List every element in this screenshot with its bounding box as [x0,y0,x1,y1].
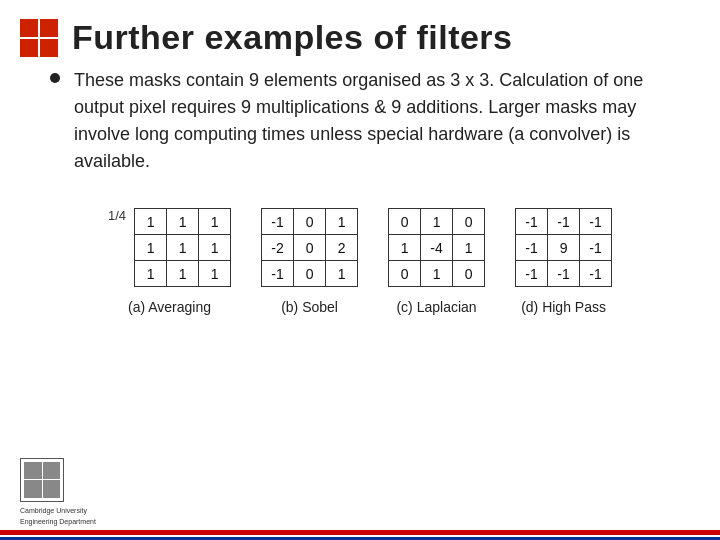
matrix-sobel: -101-202-101 [261,208,358,287]
matrix-cell: -1 [516,261,548,287]
matrix-cell: -1 [262,261,294,287]
bullet-section: These masks contain 9 elements organised… [30,67,690,193]
matrix-cell: 0 [294,209,326,235]
table-row: 111 [135,209,231,235]
filter-label-laplacian: (c) Laplacian [396,299,476,315]
icon-cell-4 [40,39,58,57]
matrix-averaging: 111111111 [134,208,231,287]
matrix-cell: 0 [294,235,326,261]
page-title: Further examples of filters [72,18,513,57]
filter-label-highpass: (d) High Pass [521,299,606,315]
matrix-cell: -2 [262,235,294,261]
filter-with-prefix-laplacian: 0101-41010 [388,208,485,287]
filter-block-highpass: -1-1-1-19-1-1-1-1(d) High Pass [515,208,612,315]
bottom-bar: Cambridge University Engineering Departm… [0,530,720,540]
header-icon [20,19,58,57]
matrix-cell: 1 [199,261,231,287]
matrix-cell: 1 [167,209,199,235]
matrix-cell: -1 [580,235,612,261]
cambridge-logo [20,458,64,502]
matrix-cell: -1 [580,209,612,235]
matrix-cell: -1 [516,209,548,235]
matrix-cell: 1 [326,209,358,235]
matrix-cell: 1 [135,261,167,287]
matrix-cell: 1 [167,261,199,287]
table-row: 010 [389,261,485,287]
matrix-cell: -1 [548,261,580,287]
matrix-cell: -1 [516,235,548,261]
matrix-cell: 1 [421,261,453,287]
footer-line1: Cambridge University [20,506,87,515]
table-row: 111 [135,261,231,287]
icon-cell-1 [20,19,38,37]
filter-with-prefix-averaging: 1/4111111111 [108,208,231,287]
matrix-cell: 1 [326,261,358,287]
matrix-cell: 0 [389,209,421,235]
table-row: -1-1-1 [516,209,612,235]
matrix-cell: 0 [389,261,421,287]
footer-line2: Engineering Department [20,517,96,526]
table-row: -101 [262,209,358,235]
table-row: 1-41 [389,235,485,261]
filter-with-prefix-highpass: -1-1-1-19-1-1-1-1 [515,208,612,287]
table-row: -1-1-1 [516,261,612,287]
matrix-cell: 1 [135,209,167,235]
table-row: -101 [262,261,358,287]
matrix-cell: 1 [453,235,485,261]
table-row: 111 [135,235,231,261]
red-bar [0,530,720,535]
matrix-cell: 1 [199,209,231,235]
table-row: -19-1 [516,235,612,261]
filter-block-laplacian: 0101-41010(c) Laplacian [388,208,485,315]
matrix-cell: 1 [167,235,199,261]
table-row: 010 [389,209,485,235]
bullet-text: These masks contain 9 elements organised… [74,67,690,175]
matrix-cell: 0 [453,209,485,235]
matrix-cell: -1 [548,209,580,235]
main-content: These masks contain 9 elements organised… [0,67,720,325]
icon-cell-2 [40,19,58,37]
filter-with-prefix-sobel: -101-202-101 [261,208,358,287]
logo-area: Cambridge University Engineering Departm… [20,458,96,526]
filter-block-averaging: 1/4111111111(a) Averaging [108,208,231,315]
matrix-cell: 1 [421,209,453,235]
header: Further examples of filters [0,0,720,67]
matrix-cell: 1 [135,235,167,261]
matrix-cell: 0 [294,261,326,287]
filter-label-sobel: (b) Sobel [281,299,338,315]
matrix-cell: 2 [326,235,358,261]
icon-cell-3 [20,39,38,57]
matrix-laplacian: 0101-41010 [388,208,485,287]
matrix-cell: 1 [199,235,231,261]
matrix-cell: -4 [421,235,453,261]
filter-prefix-averaging: 1/4 [108,208,126,223]
matrix-cell: 1 [389,235,421,261]
filter-block-sobel: -101-202-101(b) Sobel [261,208,358,315]
filters-area: 1/4111111111(a) Averaging-101-202-101(b)… [30,198,690,325]
matrix-cell: 0 [453,261,485,287]
bullet-icon [50,73,60,83]
filter-label-averaging: (a) Averaging [128,299,211,315]
matrix-cell: 9 [548,235,580,261]
matrix-highpass: -1-1-1-19-1-1-1-1 [515,208,612,287]
matrix-cell: -1 [580,261,612,287]
table-row: -202 [262,235,358,261]
matrix-cell: -1 [262,209,294,235]
